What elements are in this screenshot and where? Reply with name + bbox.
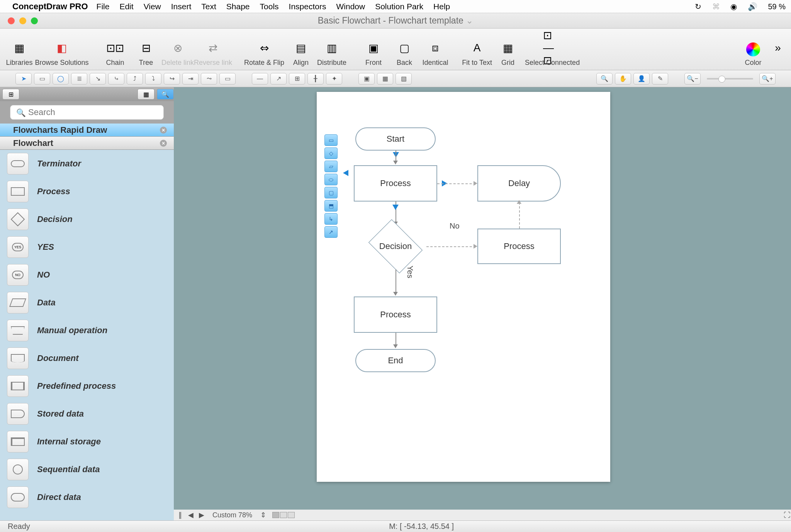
menu-help[interactable]: Help <box>433 2 450 11</box>
search-input[interactable] <box>10 105 164 120</box>
toolbar-identical[interactable]: ⧈Identical <box>420 39 451 67</box>
library-header-flowchart[interactable]: Flowchart × <box>0 137 174 150</box>
tool-connector-1[interactable]: ↘ <box>90 73 106 85</box>
node-process-right[interactable]: Process <box>477 229 561 264</box>
menu-shape[interactable]: Shape <box>226 2 250 11</box>
toolbar-delete-link[interactable]: ⊗Delete link <box>161 39 194 67</box>
panel-grid-button[interactable]: ▦ <box>137 89 154 100</box>
node-process-2[interactable]: Process <box>354 296 437 333</box>
node-end[interactable]: End <box>355 349 436 372</box>
panel-tree-button[interactable]: ⊞ <box>2 89 19 100</box>
menu-edit[interactable]: Edit <box>119 2 133 11</box>
shape-sequential-data[interactable]: Sequential data <box>0 456 174 483</box>
document-page[interactable]: ▭ ◇ ▱ ⬭ ▢ ⬒ ↳ ↗ Start Process <box>317 92 610 482</box>
shape-document[interactable]: Document <box>0 344 174 372</box>
tool-text[interactable]: ≣ <box>71 73 87 85</box>
tool-route-2[interactable]: ⊞ <box>289 73 305 85</box>
prev-page-icon[interactable]: ◀ <box>187 511 195 519</box>
wifi-icon[interactable]: ◉ <box>730 2 737 11</box>
volume-icon[interactable]: 🔊 <box>748 2 757 11</box>
shape-manual-operation[interactable]: Manual operation <box>0 317 174 344</box>
tool-connector-3[interactable]: ⤴ <box>127 73 143 85</box>
toolbar-chain[interactable]: ⊡⊡Chain <box>100 39 131 67</box>
toolbar-front[interactable]: ▣Front <box>358 39 389 67</box>
zoom-in[interactable]: 🔍+ <box>759 73 776 85</box>
tool-connector-6[interactable]: ⇥ <box>182 73 199 85</box>
toolbar-back[interactable]: ▢Back <box>389 39 420 67</box>
document-title[interactable]: Basic Flowchart - Flowchart template <box>318 15 463 25</box>
toolbar-distribute[interactable]: ▥Distribute <box>316 39 347 67</box>
fit-page-icon[interactable]: ⛶ <box>783 511 791 519</box>
tool-pan[interactable]: ✋ <box>615 73 631 85</box>
menu-tools[interactable]: Tools <box>260 2 279 11</box>
menu-inspectors[interactable]: Inspectors <box>289 2 326 11</box>
menu-insert[interactable]: Insert <box>171 2 192 11</box>
toolbar-rotate-flip[interactable]: ⇔Rotate & Flip <box>243 39 285 67</box>
sync-icon[interactable]: ↻ <box>695 2 701 11</box>
tool-connector-2[interactable]: ⤷ <box>108 73 124 85</box>
tool-group-1[interactable]: ▣ <box>358 73 375 85</box>
tool-line[interactable]: — <box>252 73 268 85</box>
rapid-document-icon[interactable]: ▢ <box>324 187 338 198</box>
shape-process[interactable]: Process <box>0 178 174 205</box>
tool-ellipse[interactable]: ◯ <box>53 73 69 85</box>
canvas-area[interactable]: ▭ ◇ ▱ ⬭ ▢ ⬒ ↳ ↗ Start Process <box>174 87 791 520</box>
zoom-level[interactable]: Custom 78% <box>212 511 252 519</box>
tool-group-2[interactable]: ▦ <box>377 73 393 85</box>
menu-view[interactable]: View <box>144 2 161 11</box>
tool-connector-5[interactable]: ↪ <box>164 73 180 85</box>
close-library-icon[interactable]: × <box>160 127 167 134</box>
toolbar-select-connected[interactable]: ⊡—⊡Select Connected <box>523 39 581 67</box>
rapid-terminator-icon[interactable]: ⬭ <box>324 174 338 185</box>
close-library-icon[interactable]: × <box>160 140 167 147</box>
toolbar-overflow[interactable]: » <box>769 39 787 67</box>
menu-solution-park[interactable]: Solution Park <box>375 2 423 11</box>
tool-person[interactable]: 👤 <box>633 73 650 85</box>
tool-route-3[interactable]: ╂ <box>307 73 324 85</box>
toolbar-color[interactable]: Color <box>738 42 769 67</box>
tool-select[interactable]: ➤ <box>15 73 32 85</box>
menu-file[interactable]: File <box>97 2 110 11</box>
tool-route-1[interactable]: ↗ <box>270 73 287 85</box>
shape-stored-data[interactable]: Stored data <box>0 400 174 428</box>
toolbar-tree[interactable]: ⊟Tree <box>131 39 161 67</box>
tool-connector-8[interactable]: ▭ <box>219 73 236 85</box>
rapid-arrow-icon[interactable]: ↗ <box>324 226 338 238</box>
page-tabs[interactable] <box>272 512 295 518</box>
toolbar-libraries[interactable]: ▦Libraries <box>4 39 35 67</box>
tool-group-3[interactable]: ▧ <box>396 73 412 85</box>
next-page-icon[interactable]: ▶ <box>198 511 205 519</box>
tool-rect[interactable]: ▭ <box>34 73 50 85</box>
node-delay[interactable]: Delay <box>477 165 561 202</box>
panel-search-button[interactable]: 🔍 <box>157 89 174 100</box>
tool-route-4[interactable]: ✦ <box>326 73 342 85</box>
toolbar-fit-to-text[interactable]: AFit to Text <box>462 39 492 67</box>
toolbar-align[interactable]: ▤Align <box>285 39 316 67</box>
node-start[interactable]: Start <box>355 127 436 151</box>
tool-eyedrop[interactable]: ✎ <box>652 73 668 85</box>
tool-connector-7[interactable]: ⤳ <box>201 73 217 85</box>
rapid-rect-icon[interactable]: ▭ <box>324 134 338 146</box>
shape-predefined[interactable]: Predefined process <box>0 372 174 400</box>
app-name[interactable]: ConceptDraw PRO <box>12 2 88 12</box>
node-process-1[interactable]: Process <box>354 165 437 202</box>
rapid-diamond-icon[interactable]: ◇ <box>324 147 338 159</box>
shape-no[interactable]: NONO <box>0 261 174 289</box>
zoom-out[interactable]: 🔍− <box>684 73 701 85</box>
rapid-data-icon[interactable]: ▱ <box>324 161 338 172</box>
rapid-hint-left-icon[interactable] <box>343 170 348 176</box>
shape-yes[interactable]: YESYES <box>0 233 174 261</box>
shape-decision[interactable]: Decision <box>0 205 174 233</box>
shape-terminator[interactable]: Terminator <box>0 150 174 178</box>
node-decision[interactable]: Decision <box>365 223 426 269</box>
menu-text[interactable]: Text <box>201 2 216 11</box>
tool-connector-4[interactable]: ⤵ <box>145 73 161 85</box>
rapid-connector-icon[interactable]: ↳ <box>324 213 338 225</box>
pause-icon[interactable]: ‖ <box>176 511 184 519</box>
tool-zoom[interactable]: 🔍 <box>596 73 613 85</box>
zoom-slider[interactable] <box>707 78 753 80</box>
shape-data[interactable]: Data <box>0 289 174 317</box>
menu-window[interactable]: Window <box>336 2 365 11</box>
shape-internal-storage[interactable]: Internal storage <box>0 428 174 456</box>
rapid-manual-icon[interactable]: ⬒ <box>324 200 338 212</box>
